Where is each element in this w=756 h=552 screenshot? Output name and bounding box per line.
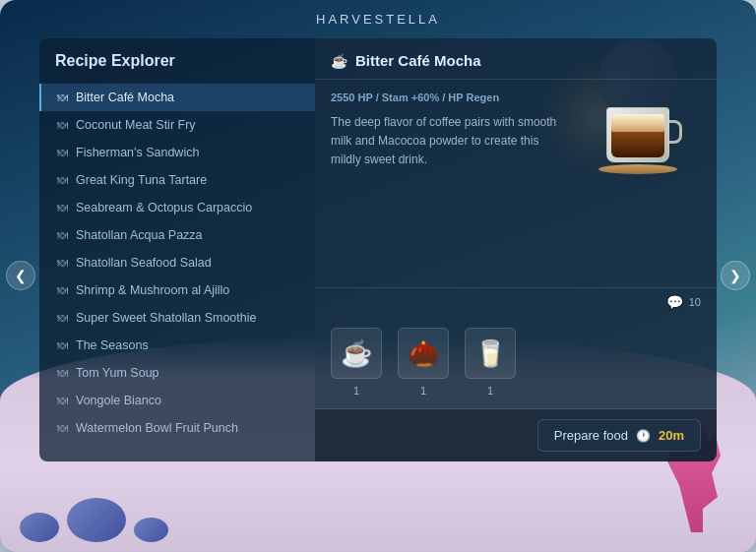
recipe-item-label: Shatollan Seafood Salad (76, 256, 212, 270)
ingredient-count-0: 1 (353, 385, 359, 397)
ingredient-box-0[interactable]: ☕ (331, 328, 382, 379)
ingredient-box-2[interactable]: 🥛 (465, 328, 516, 379)
ingredient-box-1[interactable]: 🌰 (398, 328, 449, 379)
recipe-item-label: The Seasons (76, 338, 149, 352)
recipe-list-icon: 🍽 (57, 174, 68, 186)
recipe-list-icon: 🍽 (57, 284, 68, 296)
recipe-item-great-king-tuna-tartare[interactable]: 🍽 Great King Tuna Tartare (39, 166, 315, 194)
chat-icon: 💬 (666, 294, 683, 310)
recipe-item-label: Shatollan Acqua Pazza (76, 228, 203, 242)
detail-title: Bitter Café Mocha (355, 52, 481, 69)
recipe-item-label: Fisherman's Sandwich (76, 146, 199, 159)
clock-icon: 🕐 (636, 429, 651, 443)
recipe-item-label: Seabream & Octopus Carpaccio (76, 201, 252, 215)
ingredient-item-0: ☕ 1 (331, 328, 382, 397)
app-title: HARVESTELLA (0, 0, 756, 38)
detail-header-icon: ☕ (331, 53, 347, 69)
detail-chat-area: 💬 10 (315, 288, 717, 316)
left-arrow-icon: ❮ (15, 268, 27, 283)
detail-body: 2550 HP / Stam +60% / HP Regen The deep … (315, 80, 717, 288)
recipe-item-label: Bitter Café Mocha (76, 91, 174, 104)
recipe-item-fishermans-sandwich[interactable]: 🍽 Fisherman's Sandwich (39, 139, 315, 166)
detail-text: 2550 HP / Stam +60% / HP Regen The deep … (331, 92, 571, 276)
bg-rock (134, 518, 168, 542)
right-arrow-icon: ❯ (729, 268, 741, 283)
recipe-item-shatollan-seafood-salad[interactable]: 🍽 Shatollan Seafood Salad (39, 249, 315, 276)
recipe-item-coconut-meat-stir-fry[interactable]: 🍽 Coconut Meat Stir Fry (39, 111, 315, 139)
recipe-list-icon: 🍽 (57, 339, 68, 351)
prepare-food-button[interactable]: Prepare food 🕐 20m (537, 419, 701, 452)
recipe-list-icon: 🍽 (57, 147, 68, 158)
mug-body (606, 107, 669, 162)
detail-description: The deep flavor of coffee pairs with smo… (331, 113, 571, 170)
recipe-item-label: Super Sweet Shatollan Smoothie (76, 311, 256, 325)
recipe-item-shatollan-acqua-pazza[interactable]: 🍽 Shatollan Acqua Pazza (39, 221, 315, 249)
recipe-item-seabream-octopus-carpaccio[interactable]: 🍽 Seabream & Octopus Carpaccio (39, 194, 315, 221)
recipe-item-super-sweet-shatollan-smoothie[interactable]: 🍽 Super Sweet Shatollan Smoothie (39, 304, 315, 332)
recipe-item-label: Watermelon Bowl Fruit Punch (76, 421, 238, 435)
recipe-list-icon: 🍽 (57, 119, 68, 131)
bg-rocks (20, 498, 168, 542)
recipe-item-label: Tom Yum Soup (76, 366, 159, 380)
recipe-list-icon: 🍽 (57, 312, 68, 324)
prepare-label: Prepare food (554, 428, 628, 443)
recipe-item-the-seasons[interactable]: 🍽 The Seasons (39, 332, 315, 359)
recipe-item-tom-yum-soup[interactable]: 🍽 Tom Yum Soup (39, 359, 315, 387)
detail-footer: Prepare food 🕐 20m (315, 409, 717, 461)
nav-arrow-right[interactable]: ❯ (721, 261, 750, 290)
recipe-item-label: Coconut Meat Stir Fry (76, 118, 196, 132)
recipe-list-icon: 🍽 (57, 229, 68, 241)
recipe-list-icon: 🍽 (57, 257, 68, 269)
recipe-item-shrimp-mushroom-al-ajillo[interactable]: 🍽 Shrimp & Mushroom al Ajillo (39, 276, 315, 304)
recipe-item-vongole-bianco[interactable]: 🍽 Vongole Bianco (39, 387, 315, 414)
chat-count: 10 (689, 296, 701, 308)
main-content: Recipe Explorer 🍽 Bitter Café Mocha 🍽 Co… (39, 38, 717, 461)
recipe-list: 🍽 Bitter Café Mocha 🍽 Coconut Meat Stir … (39, 80, 315, 461)
coffee-mug-illustration (606, 107, 677, 174)
bg-rock (67, 498, 126, 542)
ingredient-item-1: 🌰 1 (398, 328, 449, 397)
prepare-time: 20m (659, 428, 684, 443)
mug-saucer (598, 164, 677, 174)
recipe-item-bitter-cafe-mocha[interactable]: 🍽 Bitter Café Mocha (39, 84, 315, 111)
detail-stats: 2550 HP / Stam +60% / HP Regen (331, 92, 571, 103)
recipe-list-icon: 🍽 (57, 395, 68, 406)
recipe-list-icon: 🍽 (57, 202, 68, 214)
bg-rock (20, 513, 59, 542)
ingredient-emoji-1: 🌰 (408, 338, 439, 369)
recipe-list-icon: 🍽 (57, 92, 68, 103)
detail-food-image (583, 92, 701, 190)
title-text: HARVESTELLA (316, 12, 440, 27)
explorer-panel: Recipe Explorer 🍽 Bitter Café Mocha 🍽 Co… (39, 38, 315, 461)
recipe-item-label: Vongole Bianco (76, 394, 161, 407)
ingredient-item-2: 🥛 1 (465, 328, 516, 397)
ingredient-emoji-0: ☕ (341, 338, 372, 369)
recipe-item-label: Great King Tuna Tartare (76, 173, 207, 187)
ingredient-emoji-2: 🥛 (474, 338, 506, 369)
recipe-item-label: Shrimp & Mushroom al Ajillo (76, 283, 229, 297)
mug-foam (611, 114, 664, 132)
explorer-title: Recipe Explorer (39, 38, 315, 80)
detail-panel: ☕ Bitter Café Mocha 2550 HP / Stam +60% … (315, 38, 717, 461)
recipe-list-icon: 🍽 (57, 422, 68, 434)
ingredient-count-2: 1 (487, 385, 493, 397)
nav-arrow-left[interactable]: ❮ (6, 261, 35, 290)
mug-liquid (611, 114, 664, 157)
recipe-item-watermelon-bowl-fruit-punch[interactable]: 🍽 Watermelon Bowl Fruit Punch (39, 414, 315, 442)
ingredients-section: ☕ 1 🌰 1 🥛 1 (315, 316, 717, 409)
detail-header: ☕ Bitter Café Mocha (315, 38, 717, 80)
ingredient-count-1: 1 (420, 385, 426, 397)
mug-handle (668, 120, 682, 144)
recipe-list-icon: 🍽 (57, 367, 68, 379)
